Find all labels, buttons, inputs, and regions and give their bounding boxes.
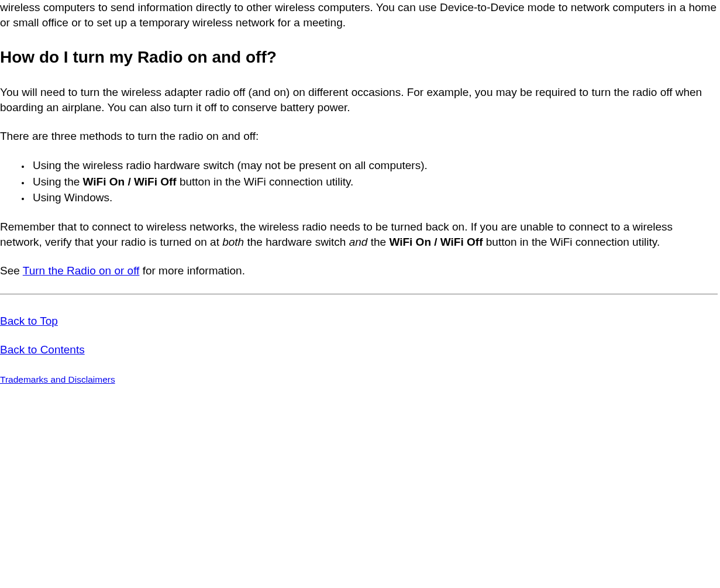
turn-radio-link[interactable]: Turn the Radio on or off [23,264,140,277]
paragraph-2: There are three methods to turn the radi… [0,129,718,144]
list-item-bold: WiFi On / WiFi Off [83,176,177,188]
horizontal-rule [0,294,718,295]
paragraph-italic: both [222,236,244,248]
list-item-text: button in the WiFi connection utility. [177,176,354,188]
methods-list: Using the wireless radio hardware switch… [0,158,718,205]
intro-paragraph: wireless computers to send information d… [0,0,718,30]
back-to-top-link[interactable]: Back to Top [0,315,58,327]
list-item: Using the wireless radio hardware switch… [30,158,718,173]
list-item-text: Using the [33,176,83,188]
back-to-top-paragraph: Back to Top [0,314,718,329]
back-to-contents-paragraph: Back to Contents [0,342,718,357]
paragraph-text: See [0,264,23,277]
paragraph-text: the hardware switch [244,236,349,248]
paragraph-3: Remember that to connect to wireless net… [0,219,718,249]
trademarks-paragraph: Trademarks and Disclaimers [0,372,718,387]
section-heading: How do I turn my Radio on and off? [0,46,718,68]
back-to-contents-link[interactable]: Back to Contents [0,343,85,356]
paragraph-1: You will need to turn the wireless adapt… [0,85,718,115]
paragraph-text: the [367,236,389,248]
paragraph-italic: and [349,236,368,248]
list-item: Using Windows. [30,190,718,205]
paragraph-text: button in the WiFi connection utility. [483,236,660,248]
list-item: Using the WiFi On / WiFi Off button in t… [30,174,718,190]
trademarks-link[interactable]: Trademarks and Disclaimers [0,374,115,384]
paragraph-4: See Turn the Radio on or off for more in… [0,263,718,278]
paragraph-bold: WiFi On / WiFi Off [389,236,483,248]
paragraph-text: for more information. [139,264,245,277]
